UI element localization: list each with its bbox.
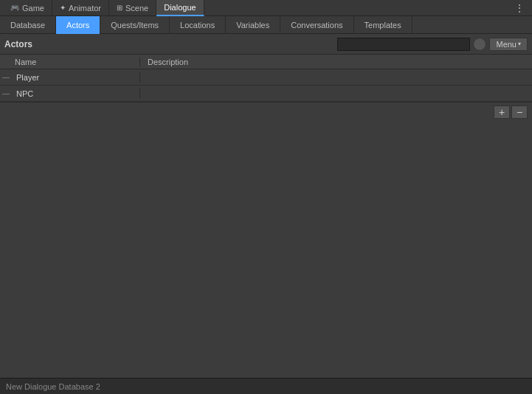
row-1-desc-cell (140, 72, 532, 83)
row-2-name-input[interactable] (13, 89, 139, 98)
menu-label: Menu (496, 40, 517, 49)
footer-buttons: + − (0, 102, 532, 122)
row-indicator-1: — (0, 73, 12, 81)
column-name-header: Name (0, 58, 140, 66)
status-bar: New Dialogue Database 2 (0, 378, 532, 394)
row-indicator-2: — (0, 89, 12, 97)
tab-animator-label: Animator (69, 4, 101, 13)
remove-actor-button[interactable]: − (511, 106, 528, 119)
add-actor-button[interactable]: + (494, 106, 510, 119)
more-options-icon[interactable]: ⋮ (510, 2, 529, 14)
subtab-variables[interactable]: Variables (226, 16, 280, 34)
actors-table: — — (0, 69, 532, 102)
column-description-header: Description (140, 58, 532, 66)
row-2-desc-cell (140, 89, 532, 99)
tab-dialogue[interactable]: Dialogue (156, 0, 204, 16)
search-input[interactable] (337, 38, 470, 51)
actors-header: Actors Menu ▾ (0, 34, 532, 55)
subtab-quests-items[interactable]: Quests/Items (100, 16, 170, 34)
table-row[interactable]: — (0, 86, 532, 102)
row-1-desc-input[interactable] (143, 73, 532, 82)
status-text: New Dialogue Database 2 (6, 382, 100, 391)
row-1-name-input[interactable] (13, 73, 139, 82)
sub-tab-bar: Database Actors Quests/Items Locations V… (0, 16, 532, 34)
game-icon: 🎮 (10, 4, 19, 12)
animator-icon: ✦ (60, 4, 66, 12)
tab-game-label: Game (22, 4, 44, 13)
scene-icon: ⊞ (117, 4, 122, 12)
table-row[interactable]: — (0, 69, 532, 86)
actors-section-title: Actors (4, 39, 337, 49)
row-2-desc-input[interactable] (143, 89, 532, 98)
subtab-templates[interactable]: Templates (354, 16, 412, 34)
tab-scene-label: Scene (125, 4, 148, 13)
subtab-actors[interactable]: Actors (56, 16, 100, 34)
tab-dialogue-label: Dialogue (164, 3, 196, 12)
row-2-name-cell (12, 89, 140, 99)
subtab-database[interactable]: Database (0, 16, 56, 34)
tab-game[interactable]: 🎮 Game (3, 0, 52, 16)
row-1-name-cell (12, 72, 140, 83)
subtab-locations[interactable]: Locations (170, 16, 226, 34)
tab-animator[interactable]: ✦ Animator (52, 0, 109, 16)
tab-scene[interactable]: ⊞ Scene (109, 0, 156, 16)
menu-button[interactable]: Menu ▾ (489, 38, 528, 51)
circle-toggle-button[interactable] (473, 38, 486, 51)
subtab-conversations[interactable]: Conversations (280, 16, 353, 34)
table-header: Name Description (0, 55, 532, 69)
menu-dropdown-arrow: ▾ (518, 41, 521, 47)
top-tab-bar: 🎮 Game ✦ Animator ⊞ Scene Dialogue ⋮ (0, 0, 532, 16)
